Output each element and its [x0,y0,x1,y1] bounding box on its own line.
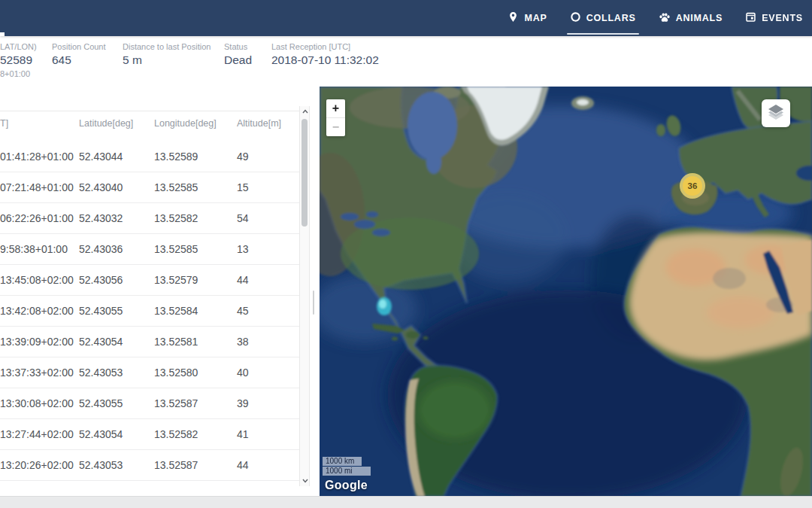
cell-altitude: 39 [237,388,249,418]
table-row[interactable]: 06:22:26+01:00 52.43032 13.52582 54 [0,203,299,234]
cell-latitude: 52.43036 [79,234,123,264]
cell-latitude: 52.43040 [79,172,123,202]
cell-acquisition-time: 06:22:26+01:00 [0,203,74,233]
cell-altitude: 44 [237,450,249,480]
table-row[interactable]: 9:58:38+01:00 52.43036 13.52585 13 [0,234,299,265]
scrollbar-thumb[interactable] [301,119,308,227]
nav-label: COLLARS [586,13,636,23]
cell-longitude: 13.52589 [154,141,198,172]
cell-latitude: 52.43053 [79,357,123,388]
cell-altitude: 44 [237,265,249,295]
field-label: Status [224,42,247,51]
cell-acquisition-time: 13:27:44+02:00 [0,419,74,449]
column-header-latitude: Latitude[deg] [79,118,133,129]
cell-longitude: 13.52580 [154,357,198,388]
layers-icon [768,104,784,123]
cell-longitude: 13.52582 [154,203,198,233]
table-row[interactable]: 13:45:08+02:00 52.43056 13.52579 44 [0,265,299,296]
map-zoom-control: + − [326,99,345,136]
cell-altitude: 13 [237,234,249,264]
cell-longitude: 13.52585 [154,172,198,202]
map-pin-icon [508,11,519,25]
cell-altitude: 38 [237,327,249,357]
nav-label: EVENTS [762,13,803,23]
field-value: 5 m [123,53,142,67]
field-label: Position Count [52,42,106,51]
table-row[interactable]: 13:42:08+02:00 52.43055 13.52584 45 [0,296,299,327]
cell-altitude: 45 [237,296,249,326]
cell-longitude: 13.52587 [154,450,198,480]
nav-item-map[interactable]: MAP [508,0,547,36]
cell-acquisition-time: 13:39:09+02:00 [0,327,74,357]
nav-item-animals[interactable]: ANIMALS [659,0,723,36]
top-nav: MAP COLLARS ANIMALS EVENTS [0,0,812,36]
table-top-border [0,111,310,111]
nav-label: ANIMALS [676,13,723,23]
scroll-down-arrow-icon[interactable] [302,478,308,483]
column-header-longitude: Longitude[deg] [154,118,217,129]
field-value: 2018-07-10 11:32:02 [271,53,379,67]
positions-table-body: 01:41:28+01:00 52.43044 13.52589 49 07:2… [0,141,299,481]
table-row[interactable]: 13:39:09+02:00 52.43054 13.52581 38 [0,327,299,357]
cell-longitude: 13.52579 [154,265,198,295]
table-row[interactable]: 13:20:26+02:00 52.43053 13.52587 44 [0,450,299,481]
positions-table-panel: T] Latitude[deg] Longitude[deg] Altitude… [0,87,310,486]
cell-latitude: 52.43032 [79,203,123,233]
cell-longitude: 13.52587 [154,388,198,418]
nav-item-events[interactable]: EVENTS [745,0,803,36]
cell-altitude: 54 [237,203,249,233]
cell-altitude: 15 [237,172,249,202]
field-value: 645 [52,53,71,67]
marker-cluster-count: 36 [683,176,702,196]
cell-acquisition-time: 13:42:08+02:00 [0,296,74,326]
collar-icon [570,11,581,25]
table-row[interactable]: 13:30:08+02:00 52.43055 13.52587 39 [0,388,299,419]
active-tab-underline [567,33,639,35]
cell-longitude: 13.52582 [154,419,198,449]
nav-item-collars[interactable]: COLLARS [570,0,636,36]
field-subvalue: 8+01:00 [0,69,30,78]
cell-altitude: 49 [237,141,249,172]
table-scrollbar[interactable] [299,106,310,486]
cell-longitude: 13.52585 [154,234,198,264]
table-row[interactable]: 01:41:28+01:00 52.43044 13.52589 49 [0,141,299,172]
cell-acquisition-time: 13:20:26+02:00 [0,450,74,480]
collar-summary-bar: LAT/LON) 52589 8+01:00 Position Count 64… [0,36,812,87]
zoom-out-button[interactable]: − [326,118,345,136]
cell-acquisition-time: 13:37:33+02:00 [0,357,74,388]
cell-longitude: 13.52584 [154,296,198,326]
field-label: Last Reception [UTC] [271,42,350,51]
cell-altitude: 41 [237,419,249,449]
satellite-map[interactable] [320,87,812,497]
cell-acquisition-time: 13:30:08+02:00 [0,388,74,418]
cell-latitude: 52.43054 [79,419,123,449]
column-header-altitude: Altitude[m] [237,118,281,129]
table-row[interactable]: 07:21:48+01:00 52.43040 13.52585 15 [0,172,299,203]
page-bottom-strip [0,496,812,508]
cell-acquisition-time: 13:45:08+02:00 [0,265,74,295]
map-container: + − 36 1000 km 1000 mi Google [320,87,812,497]
nav-label: MAP [524,13,547,23]
map-scale-km: 1000 km [323,457,362,466]
paw-icon [659,11,671,26]
scroll-up-arrow-icon[interactable] [302,109,308,114]
zoom-in-button[interactable]: + [326,99,345,118]
google-logo[interactable]: Google [325,479,368,492]
cell-altitude: 40 [237,357,249,388]
status-badge: Dead [224,53,252,67]
cell-latitude: 52.43055 [79,296,123,326]
cell-latitude: 52.43055 [79,388,123,418]
panel-resize-handle[interactable] [313,291,314,315]
map-scale-mi: 1000 mi [323,467,371,476]
cell-longitude: 13.52581 [154,327,198,357]
cell-latitude: 52.43044 [79,141,123,172]
marker-cluster[interactable]: 36 [680,173,705,199]
truncated-element [0,32,5,36]
table-row[interactable]: 13:27:44+02:00 52.43054 13.52582 41 [0,419,299,450]
table-header-row: T] Latitude[deg] Longitude[deg] Altitude… [0,118,310,136]
cell-acquisition-time: 01:41:28+01:00 [0,141,74,172]
calendar-icon [745,11,756,25]
cell-latitude: 52.43053 [79,450,123,480]
table-row[interactable]: 13:37:33+02:00 52.43053 13.52580 40 [0,357,299,388]
map-layers-button[interactable] [762,99,790,127]
